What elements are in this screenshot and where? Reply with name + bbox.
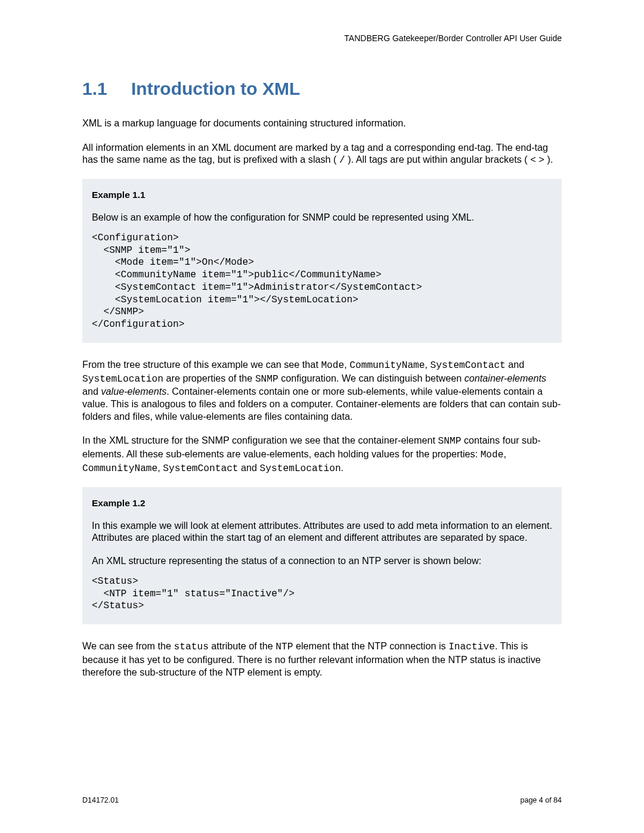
example-1-title: Example 1.1 bbox=[92, 190, 552, 200]
cl-b: attribute of the bbox=[209, 640, 275, 651]
paragraph-4: In the XML structure for the SNMP config… bbox=[82, 434, 562, 475]
footer-page: page 4 of 84 bbox=[520, 796, 562, 804]
p4-s2: , bbox=[157, 462, 163, 473]
p3-and: and bbox=[506, 359, 525, 370]
p4-comm: CommunityName bbox=[82, 463, 157, 474]
example-1-code: <Configuration> <SNMP item="1"> <Mode it… bbox=[92, 232, 552, 331]
p3-s1: , bbox=[344, 359, 349, 370]
p3-sysl: SystemLocation bbox=[82, 374, 163, 385]
example-2-p2: An XML structure representing the status… bbox=[92, 555, 552, 567]
example-1-box: Example 1.1 Below is an example of how t… bbox=[82, 179, 562, 343]
cl-ntp: NTP bbox=[275, 642, 293, 652]
gt-literal: > bbox=[538, 155, 544, 166]
p4-a: In the XML structure for the SNMP config… bbox=[82, 435, 438, 445]
p4-mode: Mode bbox=[481, 450, 504, 460]
page-footer: D14172.01 page 4 of 84 bbox=[82, 796, 562, 804]
example-2-code: <Status> <NTP item="1" status="Inactive"… bbox=[92, 575, 552, 612]
example-2-box: Example 1.2 In this example we will look… bbox=[82, 487, 562, 624]
example-2-p1: In this example we will look at element … bbox=[92, 519, 552, 544]
paragraph-1: XML is a markup language for documents c… bbox=[82, 117, 562, 129]
closing-paragraph: We can see from the status attribute of … bbox=[82, 640, 562, 678]
section-number: 1.1 bbox=[82, 79, 131, 99]
p3-sysc: SystemContact bbox=[431, 360, 506, 371]
slash-literal: / bbox=[339, 155, 345, 166]
p4-c: . bbox=[341, 462, 344, 473]
p3-c: configuration. We can distinguish betwee… bbox=[278, 373, 465, 383]
p2-text-c: ). bbox=[544, 154, 553, 165]
p3-mode: Mode bbox=[321, 360, 344, 371]
section-title: Introduction to XML bbox=[131, 79, 300, 98]
p3-and2: and bbox=[82, 386, 101, 397]
lt-literal: < bbox=[530, 155, 536, 166]
p3-ve: value-elements bbox=[101, 386, 167, 397]
section-heading: 1.1Introduction to XML bbox=[82, 79, 562, 99]
paragraph-3: From the tree structure of this example … bbox=[82, 358, 562, 423]
p2-text-b: ). All tags are put within angular brack… bbox=[345, 154, 530, 165]
paragraph-2: All information elements in an XML docum… bbox=[82, 141, 562, 167]
p3-s2: , bbox=[425, 359, 431, 370]
example-2-title: Example 1.2 bbox=[92, 498, 552, 509]
header-doc-title: TANDBERG Gatekeeper/Border Controller AP… bbox=[82, 33, 562, 43]
p4-sysl: SystemLocation bbox=[260, 463, 341, 474]
p3-ce: container-elements bbox=[465, 373, 546, 383]
p3-comm: CommunityName bbox=[349, 360, 425, 371]
example-1-intro: Below is an example of how the configura… bbox=[92, 211, 552, 224]
footer-doc-id: D14172.01 bbox=[82, 796, 119, 804]
p3-b: are properties of the bbox=[163, 373, 255, 383]
p4-and: and bbox=[239, 462, 260, 473]
p4-snmp: SNMP bbox=[438, 436, 462, 447]
cl-status: status bbox=[174, 642, 209, 652]
p3-snmp: SNMP bbox=[255, 374, 278, 385]
cl-inactive: Inactive bbox=[448, 642, 495, 652]
page: TANDBERG Gatekeeper/Border Controller AP… bbox=[0, 0, 644, 833]
cl-c: element that the NTP connection is bbox=[293, 640, 449, 651]
p4-s1: , bbox=[504, 448, 507, 459]
cl-a: We can see from the bbox=[82, 640, 174, 651]
p3-a: From the tree structure of this example … bbox=[82, 359, 321, 370]
p4-sysc: SystemContact bbox=[163, 463, 238, 474]
